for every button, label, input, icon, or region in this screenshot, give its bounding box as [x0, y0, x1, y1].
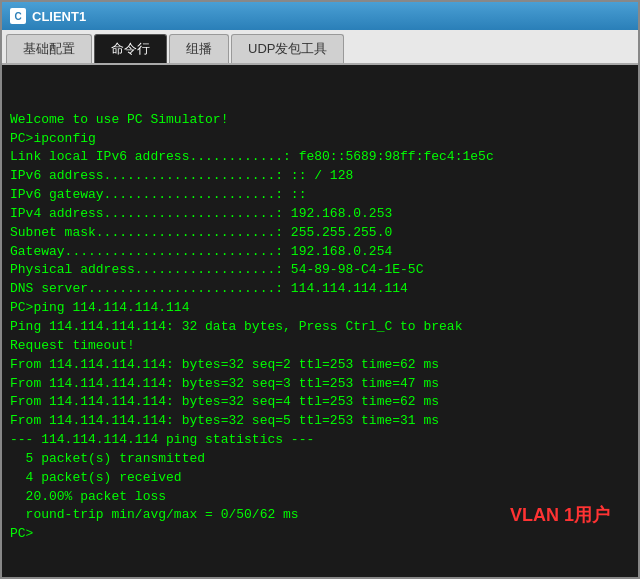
terminal-line: PC>ipconfig [10, 130, 630, 149]
tab-basic[interactable]: 基础配置 [6, 34, 92, 63]
terminal-line: 5 packet(s) transmitted [10, 450, 630, 469]
terminal-line: --- 114.114.114.114 ping statistics --- [10, 431, 630, 450]
terminal-line: IPv6 address......................: :: /… [10, 167, 630, 186]
terminal-line: IPv4 address......................: 192.… [10, 205, 630, 224]
terminal-line: From 114.114.114.114: bytes=32 seq=5 ttl… [10, 412, 630, 431]
terminal-line: From 114.114.114.114: bytes=32 seq=4 ttl… [10, 393, 630, 412]
terminal-line: DNS server........................: 114.… [10, 280, 630, 299]
terminal-line: 4 packet(s) received [10, 469, 630, 488]
terminal-line: Request timeout! [10, 337, 630, 356]
window-icon: C [10, 8, 26, 24]
terminal-line: round-trip min/avg/max = 0/50/62 msVLAN … [10, 506, 630, 525]
terminal-line: Link local IPv6 address............: fe8… [10, 148, 630, 167]
terminal-line: IPv6 gateway......................: :: [10, 186, 630, 205]
terminal-line: Ping 114.114.114.114: 32 data bytes, Pre… [10, 318, 630, 337]
terminal-output[interactable]: Welcome to use PC Simulator!PC>ipconfigL… [2, 65, 638, 577]
title-bar: C CLIENT1 [2, 2, 638, 30]
terminal-line: Physical address..................: 54-8… [10, 261, 630, 280]
terminal-line: From 114.114.114.114: bytes=32 seq=2 ttl… [10, 356, 630, 375]
window-title: CLIENT1 [32, 9, 86, 24]
tab-bar: 基础配置 命令行 组播 UDP发包工具 [2, 30, 638, 65]
terminal-line: Gateway...........................: 192.… [10, 243, 630, 262]
terminal-line: Welcome to use PC Simulator! [10, 111, 630, 130]
tab-multicast[interactable]: 组播 [169, 34, 229, 63]
tab-cmd[interactable]: 命令行 [94, 34, 167, 63]
terminal-line: Subnet mask.......................: 255.… [10, 224, 630, 243]
terminal-line: PC> [10, 525, 630, 544]
terminal-line: PC>ping 114.114.114.114 [10, 299, 630, 318]
tab-udp[interactable]: UDP发包工具 [231, 34, 344, 63]
main-window: C CLIENT1 基础配置 命令行 组播 UDP发包工具 Welcome to… [0, 0, 640, 579]
terminal-line: From 114.114.114.114: bytes=32 seq=3 ttl… [10, 375, 630, 394]
